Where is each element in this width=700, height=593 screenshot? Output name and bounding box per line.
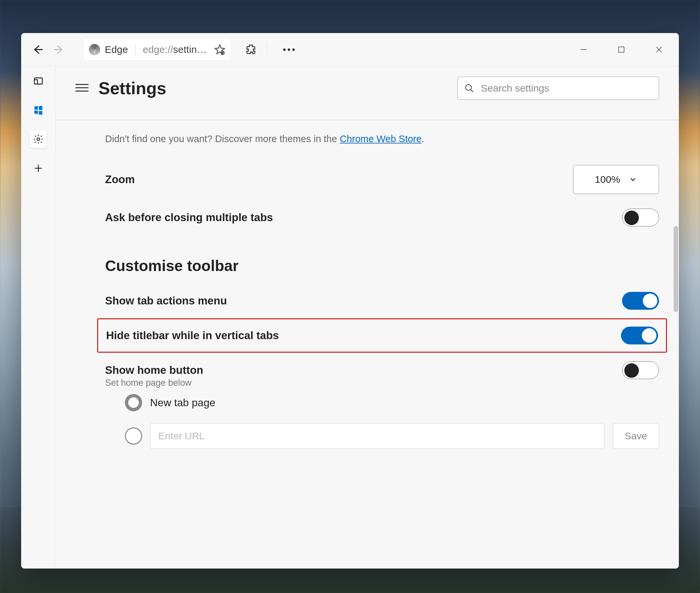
zoom-value: 100% xyxy=(595,174,620,185)
settings-search[interactable] xyxy=(457,77,659,100)
chevron-down-icon xyxy=(629,175,637,184)
home-newtab-label: New tab page xyxy=(150,397,215,409)
highlight-annotation: Hide titlebar while in vertical tabs xyxy=(97,318,667,353)
radio-unselected-icon[interactable] xyxy=(125,427,142,445)
svg-point-4 xyxy=(466,85,471,90)
home-url-option: Save xyxy=(105,417,659,455)
ask-close-label: Ask before closing multiple tabs xyxy=(105,211,273,224)
home-url-save-button[interactable]: Save xyxy=(613,423,659,449)
search-icon xyxy=(464,83,474,93)
tab-url-scheme: edge:// xyxy=(143,44,173,55)
zoom-select[interactable]: 100% xyxy=(573,165,659,194)
customise-toolbar-heading: Customise toolbar xyxy=(105,257,659,275)
tab-url-path: settin… xyxy=(173,44,207,55)
windows-rail-button[interactable] xyxy=(30,101,47,119)
themes-hint: Didn't find one you want? Discover more … xyxy=(105,133,659,145)
nav-back-button[interactable] xyxy=(27,39,48,60)
home-newtab-option[interactable]: New tab page xyxy=(105,388,659,417)
edge-logo-icon xyxy=(89,44,100,55)
svg-point-3 xyxy=(37,138,40,141)
chrome-web-store-link[interactable]: Chrome Web Store xyxy=(340,133,422,144)
tab-actions-label: Show tab actions menu xyxy=(105,294,227,307)
nav-forward-button[interactable] xyxy=(48,39,70,60)
tab-actions-rail-button[interactable] xyxy=(30,72,47,90)
ask-close-row: Ask before closing multiple tabs xyxy=(105,201,659,234)
window-controls xyxy=(576,42,673,57)
tab-actions-row: Show tab actions menu xyxy=(105,285,659,317)
settings-rail-button[interactable] xyxy=(30,130,47,148)
vertical-tab-rail xyxy=(21,66,55,568)
settings-header: Settings xyxy=(55,66,679,120)
window-close-button[interactable] xyxy=(652,42,666,57)
tab-url: edge://settin… xyxy=(143,44,207,55)
plus-icon xyxy=(33,163,44,173)
zoom-label: Zoom xyxy=(105,173,135,186)
tab-actions-toggle[interactable] xyxy=(622,292,659,310)
settings-scroll-area[interactable]: Didn't find one you want? Discover more … xyxy=(55,120,679,568)
page-title: Settings xyxy=(98,78,166,98)
scrollbar-thumb[interactable] xyxy=(673,226,678,312)
more-menu-button[interactable]: ••• xyxy=(277,42,302,57)
svg-rect-2 xyxy=(34,78,42,84)
hide-titlebar-row: Hide titlebar while in vertical tabs xyxy=(106,319,658,352)
home-button-toggle[interactable] xyxy=(622,361,659,379)
zoom-row: Zoom 100% xyxy=(105,158,659,201)
themes-hint-suffix: . xyxy=(422,133,424,144)
settings-menu-button[interactable] xyxy=(75,82,89,95)
home-button-sublabel: Set home page below xyxy=(105,378,659,388)
themes-hint-text: Didn't find one you want? Discover more … xyxy=(105,133,340,144)
ask-close-toggle[interactable] xyxy=(622,208,659,227)
titlebar-separator xyxy=(267,43,267,56)
windows-icon xyxy=(33,105,44,115)
home-button-label: Show home button xyxy=(105,364,203,377)
tabs-icon xyxy=(33,76,44,86)
window-maximize-button[interactable] xyxy=(614,42,629,57)
tab-app-label: Edge xyxy=(105,44,128,55)
address-tab[interactable]: Edge edge://settin… xyxy=(83,38,232,61)
home-url-input[interactable] xyxy=(150,423,605,449)
extensions-icon[interactable] xyxy=(245,44,257,55)
settings-content: Settings Didn't find one you want? Disco… xyxy=(55,66,679,568)
browser-window: Edge edge://settin… ••• xyxy=(21,33,679,568)
hide-titlebar-label: Hide titlebar while in vertical tabs xyxy=(106,329,279,342)
new-tab-rail-button[interactable] xyxy=(30,159,47,177)
radio-selected-icon[interactable] xyxy=(125,394,142,411)
hide-titlebar-toggle[interactable] xyxy=(621,326,658,345)
gear-icon xyxy=(33,134,44,145)
favorite-star-icon[interactable] xyxy=(214,44,225,55)
home-button-row: Show home button xyxy=(105,354,659,381)
svg-rect-1 xyxy=(619,47,624,52)
tab-separator xyxy=(135,44,135,55)
window-minimize-button[interactable] xyxy=(576,42,591,57)
settings-search-input[interactable] xyxy=(481,83,652,94)
browser-titlebar: Edge edge://settin… ••• xyxy=(21,33,679,66)
